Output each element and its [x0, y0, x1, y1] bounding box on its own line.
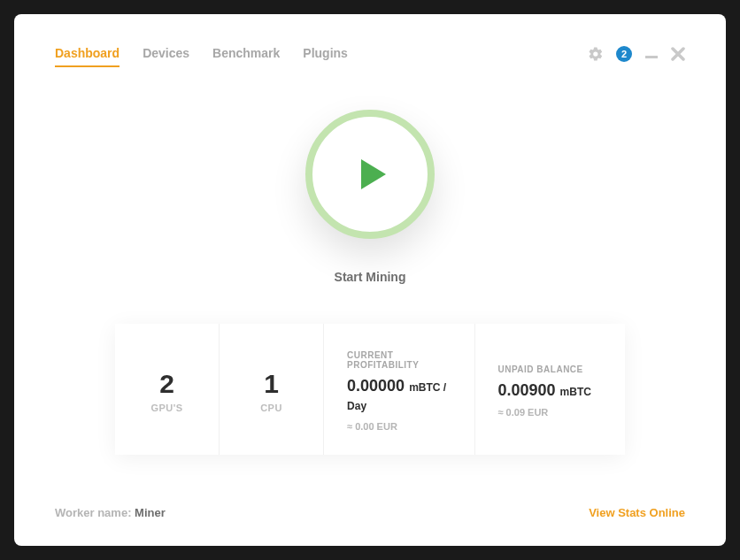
balance-cell: UNPAID BALANCE 0.00900 mBTC ≈ 0.09 EUR: [475, 324, 625, 455]
minimize-icon[interactable]: [644, 47, 659, 61]
app-window: Dashboard Devices Benchmark Plugins 2 St…: [14, 14, 726, 546]
worker-name: Worker name: Miner: [55, 506, 166, 519]
tab-plugins[interactable]: Plugins: [303, 46, 348, 67]
tab-dashboard[interactable]: Dashboard: [55, 46, 119, 67]
profitability-sub: ≈ 0.00 EUR: [347, 421, 397, 432]
stats-row: 2 GPU'S 1 CPU CURRENT PROFITABILITY 0.00…: [115, 324, 625, 455]
window-controls: 2: [588, 46, 685, 62]
header: Dashboard Devices Benchmark Plugins 2: [55, 46, 685, 67]
footer: Worker name: Miner View Stats Online: [55, 506, 685, 519]
profitability-value: 0.00000 mBTC / Day: [347, 377, 454, 414]
balance-heading: UNPAID BALANCE: [498, 364, 583, 374]
cpu-label: CPU: [260, 403, 282, 413]
close-icon[interactable]: [671, 47, 685, 61]
cpu-count: 1: [264, 369, 279, 399]
worker-label: Worker name:: [55, 506, 131, 519]
start-mining-button[interactable]: [305, 110, 435, 239]
tab-devices[interactable]: Devices: [143, 46, 189, 67]
cpu-count-cell: 1 CPU: [220, 324, 324, 455]
gpu-count: 2: [159, 369, 174, 399]
start-mining-label: Start Mining: [335, 270, 406, 284]
tabs: Dashboard Devices Benchmark Plugins: [55, 46, 348, 67]
main-area: Start Mining 2 GPU'S 1 CPU CURRENT PROFI…: [55, 94, 685, 471]
svg-rect-0: [645, 56, 658, 58]
balance-value: 0.00900 mBTC: [498, 381, 591, 400]
gpu-count-cell: 2 GPU'S: [115, 324, 220, 455]
play-icon: [361, 159, 386, 189]
notification-badge[interactable]: 2: [616, 46, 632, 62]
worker-name-value: Miner: [135, 506, 166, 519]
tab-benchmark[interactable]: Benchmark: [212, 46, 280, 67]
profitability-cell: CURRENT PROFITABILITY 0.00000 mBTC / Day…: [324, 324, 474, 455]
balance-sub: ≈ 0.09 EUR: [498, 407, 549, 418]
view-stats-link[interactable]: View Stats Online: [589, 506, 685, 519]
profitability-heading: CURRENT PROFITABILITY: [347, 350, 454, 370]
gpu-label: GPU'S: [150, 403, 182, 413]
gear-icon[interactable]: [588, 46, 604, 62]
